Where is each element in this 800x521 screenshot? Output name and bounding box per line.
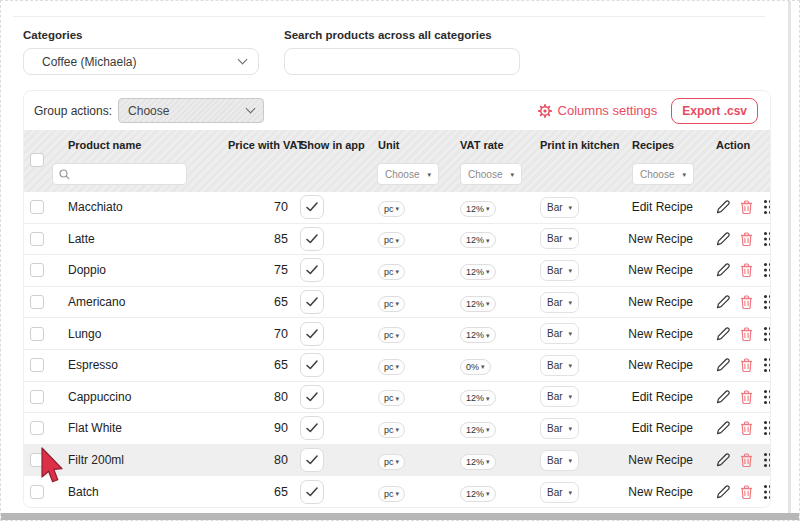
show-in-app-toggle[interactable] bbox=[300, 353, 324, 377]
print-in-kitchen-select[interactable]: Bar bbox=[540, 355, 579, 376]
vat-rate-filter-select[interactable]: Choose bbox=[460, 163, 522, 185]
print-in-kitchen-select[interactable]: Bar bbox=[540, 482, 579, 503]
row-checkbox[interactable] bbox=[30, 295, 44, 309]
vat-rate-select[interactable]: 12% bbox=[460, 327, 496, 343]
drag-handle[interactable] bbox=[763, 452, 771, 468]
drag-handle[interactable] bbox=[763, 357, 771, 373]
edit-button[interactable] bbox=[716, 200, 730, 214]
recipes-filter-select[interactable]: Choose bbox=[632, 163, 694, 185]
print-in-kitchen-select[interactable]: Bar bbox=[540, 418, 579, 439]
unit-select[interactable]: pc bbox=[378, 454, 405, 470]
row-checkbox[interactable] bbox=[30, 327, 44, 341]
show-in-app-toggle[interactable] bbox=[300, 227, 324, 251]
search-products-input[interactable] bbox=[284, 48, 520, 75]
show-in-app-toggle[interactable] bbox=[300, 416, 324, 440]
print-in-kitchen-select[interactable]: Bar bbox=[540, 386, 579, 407]
vat-rate-select[interactable]: 0% bbox=[460, 359, 491, 375]
show-in-app-toggle[interactable] bbox=[300, 290, 324, 314]
delete-button[interactable] bbox=[740, 232, 753, 246]
recipe-link[interactable]: New Recipe bbox=[622, 358, 708, 372]
unit-filter-select[interactable]: Choose bbox=[377, 163, 439, 185]
unit-select[interactable]: pc bbox=[378, 327, 405, 343]
unit-select[interactable]: pc bbox=[378, 201, 405, 217]
select-all-checkbox[interactable] bbox=[30, 153, 44, 167]
delete-button[interactable] bbox=[740, 485, 753, 499]
recipe-link[interactable]: New Recipe bbox=[622, 453, 708, 467]
vertical-scrollbar[interactable] bbox=[788, 1, 791, 515]
show-in-app-toggle[interactable] bbox=[300, 385, 324, 409]
show-in-app-toggle[interactable] bbox=[300, 258, 324, 282]
drag-handle[interactable] bbox=[763, 326, 771, 342]
row-checkbox[interactable] bbox=[30, 485, 44, 499]
vat-rate-select[interactable]: 12% bbox=[460, 232, 496, 248]
recipe-link[interactable]: New Recipe bbox=[622, 327, 708, 341]
delete-button[interactable] bbox=[740, 390, 753, 404]
edit-button[interactable] bbox=[716, 263, 730, 277]
edit-button[interactable] bbox=[716, 327, 730, 341]
categories-select[interactable]: Coffee (Michaela) bbox=[23, 48, 259, 75]
drag-handle[interactable] bbox=[763, 389, 771, 405]
row-checkbox[interactable] bbox=[30, 200, 44, 214]
edit-button[interactable] bbox=[716, 421, 730, 435]
drag-handle[interactable] bbox=[763, 420, 771, 436]
print-in-kitchen-select[interactable]: Bar bbox=[540, 323, 579, 344]
unit-select[interactable]: pc bbox=[378, 264, 405, 280]
show-in-app-toggle[interactable] bbox=[300, 480, 324, 504]
vat-rate-select[interactable]: 12% bbox=[460, 454, 496, 470]
drag-handle[interactable] bbox=[763, 294, 771, 310]
group-actions-select[interactable]: Choose bbox=[118, 98, 264, 123]
edit-button[interactable] bbox=[716, 485, 730, 499]
edit-button[interactable] bbox=[716, 453, 730, 467]
recipe-link[interactable]: New Recipe bbox=[622, 232, 708, 246]
vat-rate-select[interactable]: 12% bbox=[460, 201, 496, 217]
delete-button[interactable] bbox=[740, 453, 753, 467]
delete-button[interactable] bbox=[740, 358, 753, 372]
print-in-kitchen-select[interactable]: Bar bbox=[540, 260, 579, 281]
print-in-kitchen-select[interactable]: Bar bbox=[540, 228, 579, 249]
recipe-link[interactable]: New Recipe bbox=[622, 263, 708, 277]
vat-rate-select[interactable]: 12% bbox=[460, 264, 496, 280]
unit-select[interactable]: pc bbox=[378, 486, 405, 502]
vat-rate-select[interactable]: 12% bbox=[460, 422, 496, 438]
edit-button[interactable] bbox=[716, 232, 730, 246]
drag-handle[interactable] bbox=[763, 199, 771, 215]
edit-button[interactable] bbox=[716, 295, 730, 309]
delete-button[interactable] bbox=[740, 421, 753, 435]
export-csv-button[interactable]: Export .csv bbox=[671, 98, 758, 124]
print-in-kitchen-select[interactable]: Bar bbox=[540, 450, 579, 471]
print-in-kitchen-select[interactable]: Bar bbox=[540, 197, 579, 218]
show-in-app-toggle[interactable] bbox=[300, 195, 324, 219]
delete-button[interactable] bbox=[740, 295, 753, 309]
edit-button[interactable] bbox=[716, 358, 730, 372]
product-name-filter-input[interactable] bbox=[52, 163, 187, 185]
delete-button[interactable] bbox=[740, 327, 753, 341]
columns-settings-button[interactable]: Columns settings bbox=[538, 103, 658, 118]
row-checkbox[interactable] bbox=[30, 232, 44, 246]
unit-select[interactable]: pc bbox=[378, 422, 405, 438]
drag-handle[interactable] bbox=[763, 262, 771, 278]
delete-button[interactable] bbox=[740, 200, 753, 214]
show-in-app-toggle[interactable] bbox=[300, 322, 324, 346]
recipe-link[interactable]: New Recipe bbox=[622, 485, 708, 499]
edit-button[interactable] bbox=[716, 390, 730, 404]
unit-select[interactable]: pc bbox=[378, 359, 405, 375]
unit-select[interactable]: pc bbox=[378, 296, 405, 312]
recipe-link[interactable]: Edit Recipe bbox=[622, 200, 708, 214]
recipe-link[interactable]: Edit Recipe bbox=[622, 390, 708, 404]
show-in-app-toggle[interactable] bbox=[300, 448, 324, 472]
unit-select[interactable]: pc bbox=[378, 232, 405, 248]
row-checkbox[interactable] bbox=[30, 263, 44, 277]
recipe-link[interactable]: Edit Recipe bbox=[622, 421, 708, 435]
row-checkbox[interactable] bbox=[30, 358, 44, 372]
delete-button[interactable] bbox=[740, 263, 753, 277]
vat-rate-select[interactable]: 12% bbox=[460, 296, 496, 312]
row-checkbox[interactable] bbox=[30, 421, 44, 435]
vat-rate-select[interactable]: 12% bbox=[460, 390, 496, 406]
recipe-link[interactable]: New Recipe bbox=[622, 295, 708, 309]
print-in-kitchen-select[interactable]: Bar bbox=[540, 292, 579, 313]
drag-handle[interactable] bbox=[763, 484, 771, 500]
unit-select[interactable]: pc bbox=[378, 390, 405, 406]
drag-handle[interactable] bbox=[763, 231, 771, 247]
vat-rate-select[interactable]: 12% bbox=[460, 486, 496, 502]
row-checkbox[interactable] bbox=[30, 390, 44, 404]
